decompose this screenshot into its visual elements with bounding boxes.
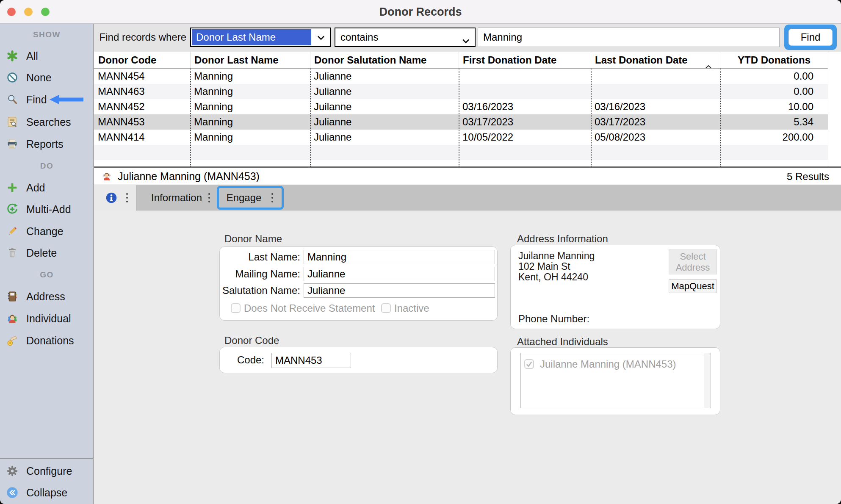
sidebar-item-configure[interactable]: Configure [0, 462, 94, 479]
hand-coin-icon [6, 334, 19, 347]
column-divider [720, 69, 721, 166]
cell-salutation: Julianne [310, 130, 459, 145]
record-header: Julianne Manning (MANN453) 5 Results [94, 168, 841, 185]
table-row[interactable]: MANN454 Manning Julianne 0.00 [94, 69, 841, 84]
cell-ytd-donations: 0.00 [720, 84, 816, 99]
sidebar-item-label: Collapse [26, 487, 67, 499]
table-scrollbar-gutter [828, 52, 841, 166]
sidebar-item-reports[interactable]: Reports [0, 136, 94, 152]
engage-tab-menu-dots-icon[interactable] [271, 192, 274, 203]
does-not-receive-statement-checkbox[interactable] [231, 303, 241, 313]
donor-code-section-label: Donor Code [224, 335, 279, 346]
sidebar-item-donations[interactable]: Donations [0, 332, 94, 349]
sidebar-item-delete[interactable]: Delete [0, 244, 94, 261]
table-row[interactable]: MANN463 Manning Julianne 0.00 [94, 84, 841, 99]
information-tab-menu-dots-icon[interactable] [207, 192, 211, 205]
column-header-first-donation-date[interactable]: First Donation Date [459, 52, 591, 68]
column-divider [310, 69, 311, 166]
table-row-selected[interactable]: MANN453 Manning Julianne 03/17/2023 03/1… [94, 114, 841, 130]
address-information-section-label: Address Information [517, 233, 608, 245]
printer-icon [6, 137, 19, 151]
sidebar-item-label: Add [26, 182, 45, 194]
sidebar-item-label: Find [26, 94, 47, 106]
find-button[interactable]: Find [788, 29, 833, 46]
chevron-down-icon [462, 35, 470, 47]
column-header-label: Last Donation Date [595, 54, 688, 66]
attached-individual-checkbox-checked[interactable] [524, 359, 534, 369]
cell-last-donation-date [591, 84, 720, 99]
column-header-ytd-donations[interactable]: YTD Donations [720, 52, 816, 68]
chevron-down-icon [317, 35, 325, 42]
column-header-last-donation-date[interactable]: Last Donation Date [591, 52, 720, 68]
table-row[interactable]: MANN414 Manning Julianne 10/05/2022 05/0… [94, 130, 841, 145]
cell-last-name: Manning [190, 114, 310, 130]
find-bar: Find records where Donor Last Name conta… [94, 24, 841, 52]
field-select[interactable]: Donor Last Name [190, 28, 331, 47]
code-label: Code: [220, 353, 264, 367]
mapquest-button[interactable]: MapQuest [669, 279, 717, 293]
column-header-donor-code[interactable]: Donor Code [94, 52, 190, 68]
table-row[interactable]: MANN452 Manning Juilanne 03/16/2023 03/1… [94, 99, 841, 114]
cell-last-name: Manning [190, 130, 310, 145]
sidebar-item-label: Configure [26, 465, 72, 477]
tab-engage-highlighted[interactable]: Engage [217, 186, 284, 210]
attached-individuals-panel: Juilanne Manning (MANN453) [510, 347, 720, 415]
cell-ytd-donations: 200.00 [720, 130, 816, 145]
phone-number-label: Phone Number: [518, 313, 589, 325]
sidebar-item-individual[interactable]: Individual [0, 310, 94, 327]
attached-list-scrollbar[interactable] [704, 353, 711, 408]
find-annotation-arrow-icon [50, 94, 83, 105]
table-row-empty [94, 145, 841, 160]
sidebar-item-change[interactable]: Change [0, 223, 94, 240]
tab-information[interactable]: Information [151, 185, 202, 210]
column-header-donor-last-name[interactable]: Donor Last Name [190, 52, 310, 68]
pencil-icon [6, 224, 19, 238]
sidebar-item-label: Reports [26, 138, 64, 150]
info-tab-section[interactable] [94, 185, 136, 210]
tab-bar: Information Engage [94, 185, 841, 210]
last-name-input[interactable] [304, 250, 495, 264]
sidebar-item-searches[interactable]: Searches [0, 114, 94, 130]
magnifier-icon [6, 93, 19, 106]
mailing-name-input[interactable] [304, 267, 495, 281]
sidebar-item-all[interactable]: All [0, 47, 94, 64]
table-row-empty [94, 160, 841, 166]
window-title: Donor Records [0, 0, 841, 24]
info-tab-menu-dots-icon[interactable] [125, 192, 129, 205]
cell-first-donation-date: 10/05/2022 [459, 130, 591, 145]
cell-first-donation-date: 03/16/2023 [459, 99, 591, 114]
cell-last-name: Manning [190, 84, 310, 99]
cell-salutation: Juilanne [310, 99, 459, 114]
sidebar-item-add[interactable]: Add [0, 179, 94, 196]
sidebar-item-label: Delete [26, 247, 57, 259]
cell-donor-code: MANN463 [94, 84, 190, 99]
column-header-donor-salutation-name[interactable]: Donor Salutation Name [310, 52, 459, 68]
cell-last-donation-date: 03/17/2023 [591, 114, 720, 130]
mailing-name-label: Mailing Name: [220, 267, 300, 281]
inactive-checkbox[interactable] [381, 303, 391, 313]
select-address-button[interactable]: Select Address [669, 249, 717, 274]
column-divider [459, 69, 459, 166]
salutation-name-input[interactable] [304, 283, 495, 298]
sidebar-item-multi-add[interactable]: Multi-Add [0, 201, 94, 218]
cell-first-donation-date [459, 84, 591, 99]
operator-select[interactable]: contains [335, 28, 476, 47]
cell-last-name: Manning [190, 99, 310, 114]
address-line-street: 102 Main St [518, 261, 595, 272]
sidebar-item-none[interactable]: None [0, 69, 94, 86]
donor-name-section-label: Donor Name [224, 233, 282, 245]
info-icon[interactable] [105, 192, 117, 205]
attached-individual-item[interactable]: Juilanne Manning (MANN453) [524, 358, 676, 370]
code-input[interactable] [271, 353, 351, 368]
sidebar-item-label: Donations [26, 335, 74, 347]
app-window: Donor Records SHOW All None Find [0, 0, 841, 504]
sidebar-item-collapse[interactable]: Collapse [0, 484, 94, 501]
cell-ytd-donations: 10.00 [720, 99, 816, 114]
cell-donor-code: MANN453 [94, 114, 190, 130]
find-button-highlight: Find [784, 25, 837, 50]
address-book-icon [6, 290, 19, 303]
cell-last-donation-date: 03/16/2023 [591, 99, 720, 114]
sidebar-item-address[interactable]: Address [0, 288, 94, 305]
cell-first-donation-date [459, 69, 591, 84]
search-value-input[interactable] [478, 28, 780, 47]
